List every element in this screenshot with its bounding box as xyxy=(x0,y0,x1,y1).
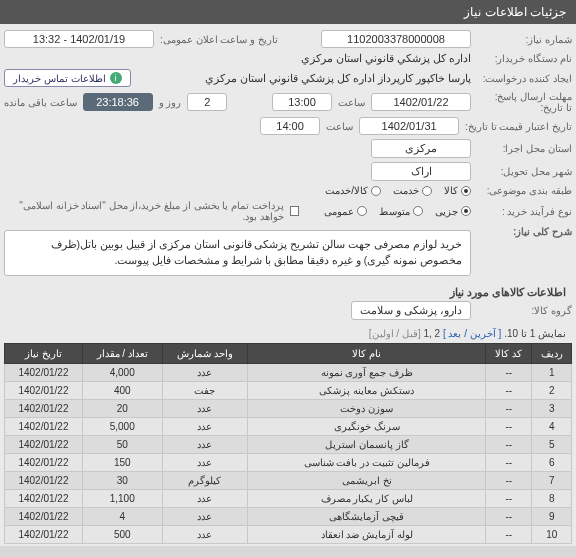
cell-code: -- xyxy=(486,489,532,507)
cell-n: 8 xyxy=(532,489,572,507)
cell-n: 7 xyxy=(532,471,572,489)
page-title: جزئیات اطلاعات نیاز xyxy=(464,5,566,19)
label-reply-deadline: مهلت ارسال پاسخ: تا تاریخ: xyxy=(477,91,572,113)
cell-code: -- xyxy=(486,417,532,435)
radio-both[interactable]: کالا/خدمت xyxy=(325,185,381,196)
cell-qty: 50 xyxy=(82,435,162,453)
cell-name: دستکش معاینه پزشکی xyxy=(248,381,486,399)
cell-qty: 5,000 xyxy=(82,417,162,435)
description-box: خرید لوازم مصرفی جهت سالن تشریح پزشکی قا… xyxy=(4,230,471,276)
cell-unit: عدد xyxy=(162,525,248,543)
cell-n: 5 xyxy=(532,435,572,453)
label-requester: ایجاد کننده درخواست: xyxy=(477,73,572,84)
label-pub-date: تاریخ و ساعت اعلان عمومی: xyxy=(160,34,278,45)
cell-qty: 20 xyxy=(82,399,162,417)
th-qty: تعداد / مقدار xyxy=(82,343,162,363)
label-delivery-city: شهر محل تحویل: xyxy=(477,166,572,177)
cell-code: -- xyxy=(486,525,532,543)
cell-unit: جفت xyxy=(162,381,248,399)
cell-unit: عدد xyxy=(162,489,248,507)
pager: نمایش 1 تا 10. [ آخرین / بعد ] 2 ,1 [قبل… xyxy=(4,324,572,343)
cell-qty: 500 xyxy=(82,525,162,543)
radio-service[interactable]: خدمت xyxy=(393,185,432,196)
cell-n: 4 xyxy=(532,417,572,435)
cell-date: 1402/01/22 xyxy=(5,507,83,525)
cell-n: 2 xyxy=(532,381,572,399)
cell-date: 1402/01/22 xyxy=(5,399,83,417)
cell-unit: عدد xyxy=(162,507,248,525)
cell-name: ظرف جمع آوری نمونه xyxy=(248,363,486,381)
cell-n: 10 xyxy=(532,525,572,543)
cell-n: 3 xyxy=(532,399,572,417)
field-days-left: 2 xyxy=(187,93,227,111)
cell-qty: 1,100 xyxy=(82,489,162,507)
label-valid-from: تاریخ اعتبار قیمت تا تاریخ: xyxy=(465,121,572,132)
payment-note: پرداخت تمام یا بخشی از مبلغ خرید،از محل … xyxy=(4,200,284,222)
label-hour-1: ساعت xyxy=(338,97,365,108)
pager-last[interactable]: [ آخرین xyxy=(470,328,502,339)
field-hours-left: 23:18:36 xyxy=(83,93,153,111)
field-valid-date: 1402/01/31 xyxy=(359,117,459,135)
pager-next[interactable]: / بعد ] xyxy=(443,328,467,339)
class-radio-group: کالا خدمت کالا/خدمت xyxy=(325,185,471,196)
radio-mid[interactable]: متوسط xyxy=(379,206,423,217)
table-row[interactable]: 10--لوله آزمایش ضد انعقادعدد5001402/01/2… xyxy=(5,525,572,543)
cell-name: سوزن دوخت xyxy=(248,399,486,417)
cell-qty: 4 xyxy=(82,507,162,525)
field-pub-date: 1402/01/19 - 13:32 xyxy=(4,30,154,48)
table-row[interactable]: 5--گاز پانسمان استریلعدد501402/01/22 xyxy=(5,435,572,453)
cell-name: قیچی آزمایشگاهی xyxy=(248,507,486,525)
label-hour-2: ساعت xyxy=(326,121,353,132)
cell-date: 1402/01/22 xyxy=(5,525,83,543)
field-req-no: 1102003378000008 xyxy=(321,30,471,48)
table-row[interactable]: 4--سرنگ خونگیریعدد5,0001402/01/22 xyxy=(5,417,572,435)
request-form: شماره نیاز: 1102003378000008 تاریخ و ساع… xyxy=(0,24,576,546)
cell-date: 1402/01/22 xyxy=(5,381,83,399)
table-row[interactable]: 7--نخ ابریشمیکیلوگرم301402/01/22 xyxy=(5,471,572,489)
treasury-checkbox[interactable] xyxy=(290,206,299,216)
label-req-no: شماره نیاز: xyxy=(477,34,572,45)
label-main-desc: شرح کلی نیاز: xyxy=(477,226,572,237)
table-row[interactable]: 1--ظرف جمع آوری نمونهعدد4,0001402/01/22 xyxy=(5,363,572,381)
cell-code: -- xyxy=(486,435,532,453)
cell-unit: عدد xyxy=(162,417,248,435)
th-unit: واحد شمارش xyxy=(162,343,248,363)
label-item-class: طبقه بندی موضوعی: xyxy=(477,185,572,196)
items-table: ردیف کد کالا نام کالا واحد شمارش تعداد /… xyxy=(4,343,572,544)
table-row[interactable]: 3--سوزن دوختعدد201402/01/22 xyxy=(5,399,572,417)
buyer-contact-label: اطلاعات تماس خریدار xyxy=(13,73,106,84)
cell-qty: 400 xyxy=(82,381,162,399)
table-row[interactable]: 6--فرمالین تثبیت در بافت شناسیعدد1501402… xyxy=(5,453,572,471)
cell-date: 1402/01/22 xyxy=(5,435,83,453)
field-group: دارو، پزشکی و سلامت xyxy=(351,301,471,320)
cell-name: لوله آزمایش ضد انعقاد xyxy=(248,525,486,543)
field-city: اراک xyxy=(371,162,471,181)
label-buy-process: نوع فرآیند خرید : xyxy=(477,206,572,217)
cell-date: 1402/01/22 xyxy=(5,363,83,381)
field-valid-time: 14:00 xyxy=(260,117,320,135)
cell-unit: عدد xyxy=(162,363,248,381)
table-row[interactable]: 9--قیچی آزمایشگاهیعدد41402/01/22 xyxy=(5,507,572,525)
process-radio-group: جزیی متوسط عمومی xyxy=(324,206,471,217)
cell-name: فرمالین تثبیت در بافت شناسی xyxy=(248,453,486,471)
field-reply-date: 1402/01/22 xyxy=(371,93,471,111)
table-row[interactable]: 2--دستکش معاینه پزشکیجفت4001402/01/22 xyxy=(5,381,572,399)
buyer-contact-badge[interactable]: i اطلاعات تماس خریدار xyxy=(4,69,131,87)
radio-open[interactable]: عمومی xyxy=(324,206,367,217)
cell-unit: کیلوگرم xyxy=(162,471,248,489)
table-row[interactable]: 8--لباس کار یکبار مصرفعدد1,1001402/01/22 xyxy=(5,489,572,507)
cell-date: 1402/01/22 xyxy=(5,417,83,435)
cell-n: 1 xyxy=(532,363,572,381)
cell-qty: 30 xyxy=(82,471,162,489)
page-header: جزئیات اطلاعات نیاز xyxy=(0,0,576,24)
radio-low[interactable]: جزیی xyxy=(435,206,471,217)
label-group: گروه کالا: xyxy=(477,305,572,316)
radio-goods[interactable]: کالا xyxy=(444,185,471,196)
cell-name: گاز پانسمان استریل xyxy=(248,435,486,453)
cell-name: نخ ابریشمی xyxy=(248,471,486,489)
field-buyer-org: اداره کل پزشکي قانوني استان مرکزي xyxy=(301,52,471,65)
cell-code: -- xyxy=(486,399,532,417)
pager-first: [قبل / اولین] xyxy=(369,328,421,339)
th-row: ردیف xyxy=(532,343,572,363)
cell-unit: عدد xyxy=(162,453,248,471)
